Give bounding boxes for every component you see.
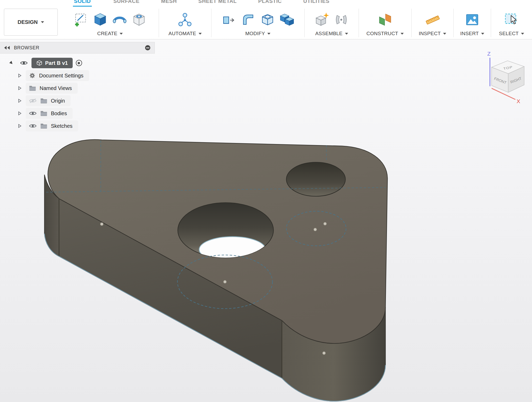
toolbar: DESIGN [0, 7, 532, 39]
chevron-down-icon [401, 33, 404, 35]
browser-panel: BROWSER Part B v1 [0, 42, 155, 132]
combine-button[interactable] [278, 11, 296, 29]
chevron-down-icon [345, 33, 348, 35]
create-sketch-button[interactable] [72, 11, 90, 29]
visibility-off-eye-icon[interactable] [29, 98, 37, 103]
gear-icon [29, 72, 36, 79]
press-pull-button[interactable] [220, 11, 238, 29]
revolve-icon [112, 12, 127, 27]
disclosure-collapsed-icon[interactable] [16, 111, 23, 115]
tree-row-named-views[interactable]: Named Views [0, 82, 155, 94]
sketch-point[interactable] [100, 223, 103, 226]
construct-dropdown[interactable]: CONSTRUCT [366, 31, 404, 36]
select-dropdown[interactable]: SELECT [499, 31, 524, 36]
shell-icon [260, 12, 275, 27]
toolbar-group-create: CREATE [61, 7, 159, 39]
joint-button[interactable] [332, 11, 350, 29]
tab-surface[interactable]: SURFACE [113, 0, 140, 6]
tab-utilities[interactable]: UTILITIES [303, 0, 329, 6]
viewcube-z-label: Z [487, 51, 491, 57]
design-menu-label: DESIGN [18, 19, 38, 25]
tab-solid[interactable]: SOLID [73, 0, 92, 7]
extrude-icon [93, 12, 108, 27]
assemble-dropdown[interactable]: ASSEMBLE [315, 31, 348, 36]
hole-icon [131, 12, 147, 27]
automate-icon [177, 12, 193, 27]
hole-button[interactable] [130, 11, 148, 29]
model-body[interactable] [44, 140, 387, 401]
insert-canvas-button[interactable] [463, 11, 481, 29]
visibility-eye-icon[interactable] [29, 111, 37, 116]
construction-plane-button[interactable] [376, 11, 394, 29]
combine-icon [279, 12, 295, 27]
activate-component-radio[interactable] [76, 60, 82, 66]
model-hole-small[interactable] [286, 162, 345, 196]
shell-button[interactable] [259, 11, 276, 29]
sketch-point[interactable] [322, 352, 326, 355]
select-button[interactable] [503, 11, 520, 29]
fillet-button[interactable] [239, 11, 257, 29]
measure-button[interactable] [424, 11, 441, 29]
sketch-point[interactable] [224, 280, 227, 283]
new-component-button[interactable] [313, 11, 331, 29]
insert-dropdown[interactable]: INSERT [460, 31, 485, 36]
create-icons [72, 10, 148, 29]
design-menu-button[interactable]: DESIGN [4, 9, 58, 36]
disclosure-collapsed-icon[interactable] [16, 99, 23, 103]
visibility-eye-icon[interactable] [29, 123, 37, 129]
tree-row-document-settings[interactable]: Document Settings [0, 69, 155, 82]
tree-row-bodies[interactable]: Bodies [0, 107, 155, 120]
automate-dropdown[interactable]: AUTOMATE [168, 31, 201, 36]
tree-row-origin[interactable]: Origin [0, 94, 155, 107]
inspect-dropdown[interactable]: INSPECT [419, 31, 446, 36]
create-dropdown[interactable]: CREATE [97, 31, 123, 36]
ribbon: SOLID SURFACE MESH SHEET METAL PLASTIC U… [0, 0, 532, 39]
tree-item-label: Sketches [51, 123, 72, 129]
new-component-icon [314, 12, 329, 27]
visibility-eye-icon[interactable] [20, 60, 28, 66]
disclosure-collapsed-icon[interactable] [16, 73, 23, 78]
minimize-panel-icon[interactable] [145, 45, 150, 50]
disclosure-expanded-icon[interactable] [8, 61, 15, 65]
toolbar-group-inspect: INSPECT [412, 7, 454, 39]
fusion-app: TOP FRONT RIGHT Z X SOLID SURFACE MESH S… [0, 0, 532, 402]
folder-icon [40, 98, 47, 104]
create-label: CREATE [97, 31, 117, 36]
chevron-down-icon [120, 33, 123, 35]
tab-sheet-metal[interactable]: SHEET METAL [198, 0, 237, 6]
sketch-point[interactable] [314, 228, 317, 231]
viewcube[interactable]: TOP FRONT RIGHT Z X [487, 51, 524, 104]
chevron-down-icon [521, 33, 524, 35]
assemble-label: ASSEMBLE [315, 31, 343, 36]
tree-row-document[interactable]: Part B v1 [0, 57, 155, 69]
automate-label: AUTOMATE [168, 31, 196, 36]
sketch-point[interactable] [323, 222, 327, 225]
browser-header: BROWSER [0, 42, 155, 54]
select-cursor-icon [504, 12, 519, 27]
disclosure-collapsed-icon[interactable] [16, 124, 23, 128]
folder-icon [40, 110, 47, 116]
disclosure-collapsed-icon[interactable] [16, 86, 23, 90]
collapse-panel-icon[interactable] [4, 46, 10, 50]
folder-icon [29, 85, 36, 91]
tree-item-label: Bodies [51, 110, 67, 117]
insert-label: INSERT [460, 31, 479, 36]
select-label: SELECT [499, 31, 519, 36]
tab-plastic[interactable]: PLASTIC [258, 0, 282, 6]
extrude-button[interactable] [91, 11, 109, 29]
chevron-down-icon [443, 33, 446, 35]
modify-dropdown[interactable]: MODIFY [245, 31, 270, 36]
document-pill[interactable]: Part B v1 [31, 58, 73, 68]
create-sketch-icon [73, 12, 88, 27]
toolbar-group-assemble: ASSEMBLE [305, 7, 359, 39]
viewcube-x-label: X [517, 98, 520, 104]
toolbar-group-insert: INSERT [454, 7, 491, 39]
automate-button[interactable] [176, 11, 194, 29]
tree-row-sketches[interactable]: Sketches [0, 120, 155, 132]
measure-icon [425, 12, 440, 27]
chevron-down-icon [199, 33, 202, 35]
browser-tree: Part B v1 Document Settings [0, 54, 155, 132]
revolve-button[interactable] [111, 11, 129, 29]
toolbar-group-automate: AUTOMATE [159, 7, 211, 39]
tab-mesh[interactable]: MESH [161, 0, 177, 6]
